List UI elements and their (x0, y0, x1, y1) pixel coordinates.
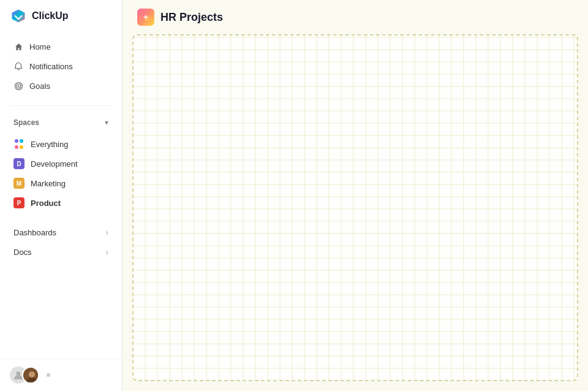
everything-dots-icon (13, 139, 24, 150)
spaces-chevron-icon[interactable]: ▾ (105, 118, 108, 127)
page-title: HR Projects (160, 11, 223, 24)
docs-chevron-icon: › (105, 247, 108, 257)
logo[interactable]: ClickUp (0, 0, 122, 32)
sidebar-dashboards-label: Dashboards (13, 228, 56, 237)
svg-marker-0 (12, 10, 25, 23)
sidebar-item-dashboards[interactable]: Dashboards › (4, 223, 118, 241)
sidebar-bottom[interactable] (0, 359, 122, 391)
hr-projects-icon (137, 9, 154, 26)
home-icon (13, 42, 23, 51)
product-avatar: P (13, 197, 24, 208)
sidebar-product-label: Product (31, 199, 61, 208)
dashboards-chevron-icon: › (105, 227, 108, 237)
main-header: HR Projects (123, 0, 588, 34)
logo-text: ClickUp (32, 10, 69, 21)
svg-point-4 (17, 371, 21, 376)
sidebar-item-product[interactable]: P Product (4, 194, 118, 212)
user-avatar (22, 366, 39, 384)
sidebar-docs-label: Docs (13, 248, 32, 257)
svg-point-6 (29, 371, 35, 378)
sidebar-item-docs[interactable]: Docs › (4, 243, 118, 261)
sidebar-item-marketing[interactable]: M Marketing (4, 174, 118, 192)
marketing-avatar: M (13, 178, 24, 189)
development-avatar: D (13, 158, 24, 169)
dotted-content-area (132, 34, 578, 381)
main-content: HR Projects (123, 0, 588, 391)
clickup-logo-icon (10, 7, 27, 25)
sidebar-home-label: Home (29, 42, 51, 51)
sidebar-item-home[interactable]: Home (4, 37, 118, 56)
bell-icon (13, 61, 23, 71)
nav-divider (10, 105, 112, 106)
sidebar-everything-label: Everything (31, 140, 68, 149)
sidebar-goals-label: Goals (29, 82, 50, 91)
user-status-dot (47, 373, 50, 377)
sidebar-nav: Home Notifications Goals (0, 32, 122, 101)
goals-icon (13, 81, 23, 91)
spaces-label: Spaces (13, 118, 39, 127)
sidebar-development-label: Development (31, 159, 78, 169)
avatar-group (10, 366, 39, 384)
sidebar-marketing-label: Marketing (31, 179, 66, 188)
sidebar: ClickUp Home Notifications (0, 0, 123, 391)
sidebar-notifications-label: Notifications (29, 62, 73, 71)
spaces-header: Spaces ▾ (4, 113, 118, 132)
svg-point-3 (18, 85, 19, 86)
sidebar-item-everything[interactable]: Everything (4, 135, 118, 153)
sidebar-item-goals[interactable]: Goals (4, 77, 118, 95)
sidebar-item-notifications[interactable]: Notifications (4, 57, 118, 75)
sidebar-item-development[interactable]: D Development (4, 154, 118, 173)
